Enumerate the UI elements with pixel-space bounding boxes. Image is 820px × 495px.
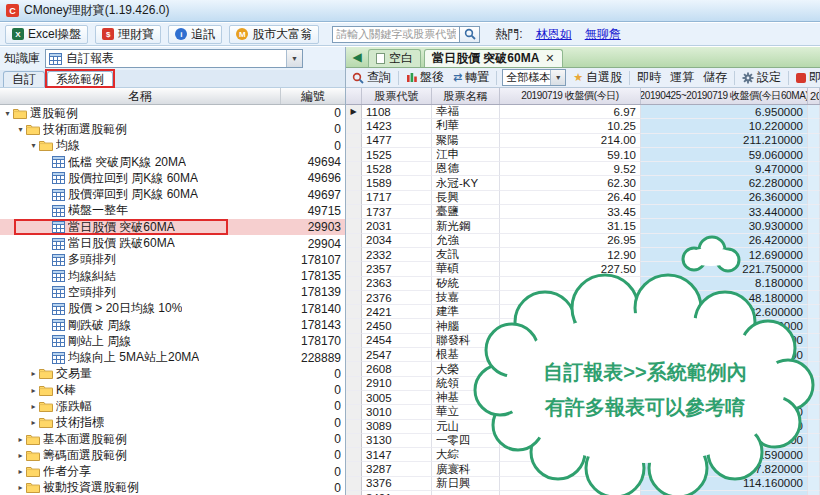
tree-header-name[interactable]: 名稱 [0, 88, 281, 104]
sample-filter-dropdown[interactable]: 全部樣本 ▼ [502, 69, 566, 86]
table-row[interactable]: 3401 [346, 491, 820, 495]
tree-item[interactable]: 橫盤一整年49715 [0, 203, 345, 219]
transpose-button[interactable]: ⇄ 轉置 [451, 69, 491, 86]
calculate-button[interactable]: 運算 [668, 69, 696, 86]
table-row[interactable]: 3130一零四169.020000 [346, 434, 820, 448]
report-type-combobox[interactable]: 自訂報表 ▼ [45, 49, 303, 68]
expand-arrow-icon[interactable]: ▾ [15, 125, 26, 134]
table-row[interactable]: 1525江申59.1059.060000 [346, 148, 820, 162]
grid-header-name[interactable]: 股票名稱 [432, 88, 500, 104]
expand-arrow-icon[interactable]: ▸ [28, 402, 39, 411]
tree-item[interactable]: 股價 > 20日均線 10%178140 [0, 301, 345, 317]
settings-button[interactable]: 設定 [740, 69, 783, 86]
grid-header-next[interactable]: 20 [808, 88, 820, 104]
table-row[interactable]: 1589永冠-KY62.3062.280000 [346, 176, 820, 190]
tree-item[interactable]: 股價彈回到 周K線 60MA49697 [0, 186, 345, 202]
tree-item[interactable]: 均線糾結178135 [0, 268, 345, 284]
transpose-label: 轉置 [465, 69, 489, 86]
tree-item[interactable]: 剛站上 周線178170 [0, 333, 345, 349]
tree-item[interactable]: 多頭排列178107 [0, 252, 345, 268]
expand-arrow-icon[interactable]: ▸ [28, 418, 39, 427]
tab-custom[interactable]: 自訂 [3, 71, 45, 87]
zhuixun-button[interactable]: i 追訊 [168, 25, 222, 44]
tree-item[interactable]: ▸作者分享0 [0, 464, 345, 480]
table-row[interactable]: 3005神基44.460000 [346, 391, 820, 405]
tree-item[interactable]: ▾均線0 [0, 138, 345, 154]
table-row[interactable]: 2363矽統8.180000 [346, 277, 820, 291]
tree-item[interactable]: ▾技術面選股範例0 [0, 121, 345, 137]
tree-item[interactable]: ▸交易量0 [0, 366, 345, 382]
tree-item[interactable]: ▸漲跌幅0 [0, 398, 345, 414]
table-row[interactable]: 2450神腦32.910000 [346, 319, 820, 333]
monopoly-button[interactable]: M 股市大富翁 [229, 25, 319, 44]
tree-item[interactable]: ▸技術指標0 [0, 415, 345, 431]
close-tab-icon[interactable]: ✕ [545, 52, 554, 65]
tab-system-examples[interactable]: 系統範例 [47, 71, 113, 87]
back-arrow-icon[interactable]: ◀ [349, 50, 365, 64]
tree-item[interactable]: ▸基本面選股範例0 [0, 431, 345, 447]
tree-item[interactable]: 當日股價 突破60MA29903 [0, 219, 345, 235]
grid-header-ma[interactable]: 20190425~20190719 收盤價(今日60MA) [641, 88, 808, 104]
expand-arrow-icon[interactable]: ▸ [28, 369, 39, 378]
expand-arrow-icon[interactable]: ▸ [15, 451, 26, 460]
table-row[interactable]: 1477聚陽214.00211.210000 [346, 134, 820, 148]
table-row[interactable]: 2332友訊12.9012.690000 [346, 248, 820, 262]
search-input[interactable] [332, 26, 460, 43]
table-row[interactable]: 2034允強26.9526.420000 [346, 234, 820, 248]
licaibao-button[interactable]: $ 理財寶 [95, 25, 161, 44]
expand-arrow-icon[interactable]: ▸ [15, 483, 26, 492]
realtime-quote-button[interactable]: 即時報價 [794, 69, 820, 86]
table-row[interactable]: 2454聯發科304.280000 [346, 334, 820, 348]
table-row[interactable]: 3147大綜40.8040.590000 [346, 448, 820, 462]
expand-arrow-icon[interactable]: ▸ [28, 386, 39, 395]
hot-link-2[interactable]: 無聊詹 [585, 26, 621, 43]
table-row[interactable]: 2031新光鋼31.1530.930000 [346, 219, 820, 233]
folder-icon [26, 124, 40, 135]
table-row[interactable]: 2357華碩227.50221.750000 [346, 262, 820, 276]
tree-item[interactable]: ▸K棒0 [0, 382, 345, 398]
tree-item[interactable]: ▾選股範例0 [0, 105, 345, 121]
tab-blank[interactable]: 空白 [368, 49, 421, 67]
table-row[interactable]: 2421建準32.600000 [346, 305, 820, 319]
tree-item[interactable]: 均線向上 5MA站上20MA228889 [0, 349, 345, 365]
grid-header-code[interactable]: 股票代號 [362, 88, 432, 104]
tree-item[interactable]: 空頭排列178139 [0, 284, 345, 300]
tree-item[interactable]: 股價拉回到 周K線 60MA49696 [0, 170, 345, 186]
table-row[interactable]: 2910統領26.860000 [346, 377, 820, 391]
table-row[interactable]: 3287廣寰科7.907.820000 [346, 462, 820, 476]
tree-item[interactable]: 當日股價 跌破60MA29904 [0, 235, 345, 251]
excel-trade-label: Excel操盤 [28, 26, 81, 43]
watchlist-button[interactable]: ★ 自選股 [571, 69, 624, 86]
tree-item[interactable]: ▸被動投資選股範例0 [0, 480, 345, 495]
tree-header-number[interactable]: 編號 [281, 88, 345, 104]
table-row[interactable]: 1423利華10.2510.220000 [346, 119, 820, 133]
save-button[interactable]: 儲存 [701, 69, 729, 86]
tab-report-60ma[interactable]: 當日股價 突破60MA ✕ [424, 49, 563, 67]
table-row[interactable]: 2376技嘉48.180000 [346, 291, 820, 305]
hot-link-1[interactable]: 林恩如 [536, 26, 572, 43]
grid-header-close[interactable]: 20190719 收盤價(今日) [500, 88, 641, 104]
tree-item[interactable]: 剛跌破 周線178143 [0, 317, 345, 333]
expand-arrow-icon[interactable]: ▸ [15, 467, 26, 476]
tree-item[interactable]: ▸籌碼面選股範例0 [0, 447, 345, 463]
table-row[interactable]: 3089元山18.770000 [346, 420, 820, 434]
table-row[interactable]: 2547根基13.350000 [346, 348, 820, 362]
table-row[interactable]: 3376新日興117.50114.160000 [346, 477, 820, 491]
tree-item-label: 當日股價 跌破60MA [68, 235, 175, 252]
expand-arrow-icon[interactable]: ▾ [2, 109, 13, 118]
excel-trade-button[interactable]: X Excel操盤 [5, 25, 88, 44]
table-row[interactable]: 3010華立53.540000 [346, 405, 820, 419]
table-row[interactable]: 1528恩德9.529.470000 [346, 162, 820, 176]
realtime-button[interactable]: 即時 [635, 69, 663, 86]
table-row[interactable]: 2608大榮36.480000 [346, 362, 820, 376]
table-row[interactable]: 1717長興26.4026.360000 [346, 191, 820, 205]
expand-arrow-icon[interactable]: ▸ [15, 435, 26, 444]
chevron-down-icon[interactable]: ▼ [286, 50, 302, 67]
after-hours-button[interactable]: 盤後 [404, 69, 446, 86]
table-row[interactable]: ▶1108幸福6.976.950000 [346, 105, 820, 119]
expand-arrow-icon[interactable]: ▾ [28, 141, 39, 150]
table-row[interactable]: 1737臺鹽33.4533.440000 [346, 205, 820, 219]
query-button[interactable]: 查詢 [350, 69, 393, 86]
tree-item[interactable]: 低檔 突破周K線 20MA49694 [0, 154, 345, 170]
search-button[interactable] [460, 26, 480, 43]
